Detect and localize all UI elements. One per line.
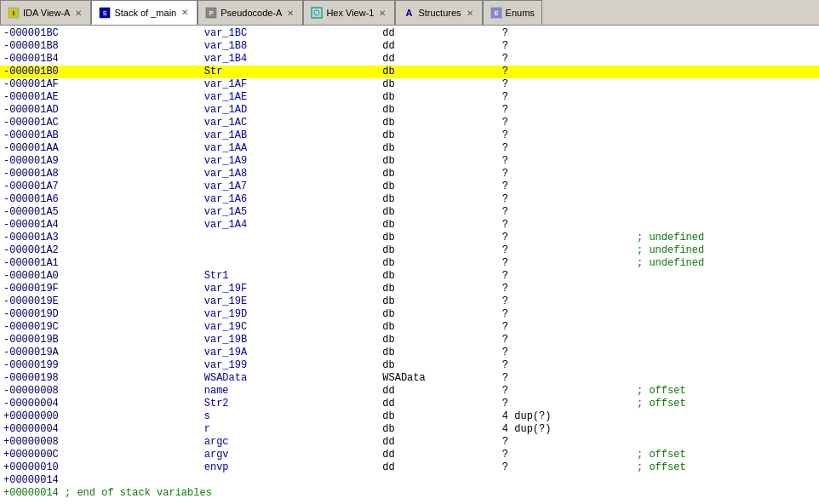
- table-row[interactable]: -0000019Dvar_19Ddb?: [0, 308, 819, 321]
- variable-name[interactable]: name: [201, 385, 380, 398]
- variable-name[interactable]: argc: [201, 436, 380, 449]
- variable-name[interactable]: var_1B8: [201, 40, 380, 53]
- svg-text:E: E: [494, 10, 498, 16]
- tab-structures[interactable]: A Structures ✕: [395, 0, 482, 25]
- table-row[interactable]: -000001A3db?; undefined: [0, 232, 819, 244]
- table-row[interactable]: -000001AFvar_1AFdb?: [0, 78, 819, 91]
- address: -0000019E: [0, 295, 201, 308]
- variable-name[interactable]: var_19E: [201, 295, 380, 308]
- variable-name[interactable]: var_1BC: [201, 27, 380, 40]
- variable-name[interactable]: [201, 232, 380, 244]
- variable-name[interactable]: Str: [201, 66, 380, 78]
- address: +00000004: [0, 423, 201, 436]
- variable-name[interactable]: envp: [201, 461, 380, 474]
- tab-structures-close[interactable]: ✕: [465, 8, 475, 18]
- variable-name[interactable]: var_1A6: [201, 193, 380, 206]
- variable-name[interactable]: var_19F: [201, 283, 380, 295]
- table-row[interactable]: -000001A6var_1A6db?: [0, 193, 819, 206]
- table-row[interactable]: -000001AAvar_1AAdb?: [0, 142, 819, 155]
- variable-name[interactable]: var_19C: [201, 321, 380, 334]
- table-row[interactable]: -000001ABvar_1ABdb?: [0, 129, 819, 142]
- tab-ida-view[interactable]: I IDA View-A ✕: [0, 0, 91, 25]
- table-row[interactable]: -000001A0Str1db?: [0, 270, 819, 283]
- variable-name[interactable]: var_1AA: [201, 142, 380, 155]
- table-row[interactable]: -000001B0Strdb?: [0, 66, 819, 78]
- variable-name[interactable]: var_19D: [201, 308, 380, 321]
- data-type: db: [379, 180, 501, 193]
- variable-name[interactable]: var_1A4: [201, 219, 380, 232]
- table-row[interactable]: -0000019Evar_19Edb?: [0, 295, 819, 308]
- table-row[interactable]: -00000198WSADataWSAData?: [0, 372, 819, 385]
- tab-pseudocode[interactable]: P Pseudocode-A ✕: [198, 0, 303, 25]
- variable-name[interactable]: var_1AF: [201, 78, 380, 91]
- table-row[interactable]: -00000004Str2dd?; offset: [0, 398, 819, 410]
- pseudo-icon: P: [205, 7, 217, 19]
- table-row[interactable]: -0000019Avar_19Adb?: [0, 346, 819, 359]
- variable-name[interactable]: Str2: [201, 398, 380, 410]
- table-row[interactable]: -000001A5var_1A5db?: [0, 206, 819, 219]
- variable-name[interactable]: var_1B4: [201, 53, 380, 66]
- table-row[interactable]: -000001A2db?; undefined: [0, 244, 819, 257]
- address: -000001AF: [0, 78, 201, 91]
- variable-name[interactable]: r: [201, 423, 380, 436]
- variable-name[interactable]: var_1AE: [201, 91, 380, 104]
- table-row[interactable]: -00000008namedd?; offset: [0, 385, 819, 398]
- table-row[interactable]: -0000019Fvar_19Fdb?: [0, 283, 819, 295]
- ida-icon: I: [8, 7, 20, 19]
- table-row[interactable]: +00000000sdb4 dup(?): [0, 410, 819, 423]
- table-row[interactable]: +00000008argcdd?: [0, 436, 819, 449]
- svg-text:S: S: [103, 10, 107, 16]
- tab-hex-view[interactable]: Hex View-1 ✕: [303, 0, 395, 25]
- tab-stack-main-close[interactable]: ✕: [180, 8, 190, 18]
- table-row[interactable]: -0000019Bvar_19Bdb?: [0, 334, 819, 346]
- variable-name[interactable]: var_199: [201, 359, 380, 372]
- table-row[interactable]: -000001B8var_1B8dd?: [0, 40, 819, 53]
- address: -000001A9: [0, 155, 201, 168]
- variable-name[interactable]: var_1A8: [201, 168, 380, 180]
- table-row[interactable]: +0000000Cargvdd?; offset: [0, 449, 819, 461]
- data-type: dd: [379, 53, 501, 66]
- variable-name[interactable]: [201, 257, 380, 270]
- tab-ida-view-close[interactable]: ✕: [73, 8, 83, 18]
- table-row[interactable]: +00000004rdb4 dup(?): [0, 423, 819, 436]
- tab-enums[interactable]: E Enums: [483, 0, 542, 25]
- data-type: db: [379, 219, 501, 232]
- table-row[interactable]: -000001A9var_1A9db?: [0, 155, 819, 168]
- table-row[interactable]: -000001A7var_1A7db?: [0, 180, 819, 193]
- variable-name[interactable]: argv: [201, 449, 380, 461]
- struct-icon: A: [403, 7, 415, 19]
- tab-pseudocode-close[interactable]: ✕: [285, 8, 295, 18]
- variable-name[interactable]: var_1A7: [201, 180, 380, 193]
- variable-name[interactable]: var_1AC: [201, 117, 380, 129]
- variable-name[interactable]: [201, 474, 380, 487]
- table-row[interactable]: -000001B4var_1B4dd?: [0, 53, 819, 66]
- tab-hex-view-close[interactable]: ✕: [377, 8, 387, 18]
- table-row[interactable]: -0000019Cvar_19Cdb?: [0, 321, 819, 334]
- table-row[interactable]: -000001A1db?; undefined: [0, 257, 819, 270]
- variable-name[interactable]: var_19B: [201, 334, 380, 346]
- table-row[interactable]: -000001ACvar_1ACdb?: [0, 117, 819, 129]
- row-comment: [633, 40, 819, 53]
- table-row[interactable]: -000001A4var_1A4db?: [0, 219, 819, 232]
- tab-enums-label: Enums: [506, 8, 535, 18]
- table-row[interactable]: +00000014: [0, 474, 819, 487]
- table-row[interactable]: -00000199var_199db?: [0, 359, 819, 372]
- variable-name[interactable]: var_19A: [201, 346, 380, 359]
- variable-name[interactable]: s: [201, 410, 380, 423]
- variable-name[interactable]: WSAData: [201, 372, 380, 385]
- variable-name[interactable]: Str1: [201, 270, 380, 283]
- variable-name[interactable]: var_1AD: [201, 104, 380, 117]
- table-row[interactable]: +00000014 ; end of stack variables: [0, 487, 819, 500]
- variable-name[interactable]: var_1AB: [201, 129, 380, 142]
- table-row[interactable]: +00000010envpdd?; offset: [0, 461, 819, 474]
- variable-name[interactable]: var_1A5: [201, 206, 380, 219]
- row-comment: [633, 66, 819, 78]
- table-row[interactable]: -000001BCvar_1BCdd?: [0, 27, 819, 40]
- tab-stack-main[interactable]: S Stack of _main ✕: [91, 0, 198, 25]
- variable-name[interactable]: [201, 244, 380, 257]
- data-value: [501, 474, 633, 487]
- variable-name[interactable]: var_1A9: [201, 155, 380, 168]
- table-row[interactable]: -000001ADvar_1ADdb?: [0, 104, 819, 117]
- table-row[interactable]: -000001AEvar_1AEdb?: [0, 91, 819, 104]
- table-row[interactable]: -000001A8var_1A8db?: [0, 168, 819, 180]
